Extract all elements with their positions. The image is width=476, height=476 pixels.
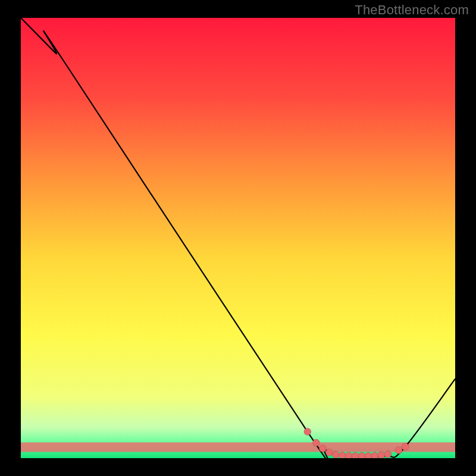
curve-marker bbox=[358, 452, 365, 459]
curve-marker bbox=[365, 452, 372, 459]
curve-marker bbox=[378, 452, 385, 459]
curve-marker bbox=[371, 452, 378, 459]
chart-frame: TheBottleneck.com bbox=[0, 0, 476, 476]
curve-marker bbox=[332, 451, 339, 458]
curve-marker bbox=[345, 452, 352, 459]
curve-marker bbox=[319, 445, 326, 452]
chart-svg bbox=[0, 0, 476, 476]
curve-marker bbox=[384, 450, 392, 458]
optimal-band bbox=[21, 443, 455, 452]
curve-marker bbox=[325, 449, 333, 456]
watermark-text: TheBottleneck.com bbox=[355, 2, 469, 18]
curve-marker bbox=[339, 452, 346, 459]
gradient-background bbox=[21, 18, 455, 458]
curve-marker bbox=[352, 452, 359, 459]
curve-marker bbox=[304, 428, 311, 436]
curve-marker bbox=[402, 443, 409, 450]
curve-marker bbox=[312, 439, 320, 446]
curve-marker bbox=[395, 447, 402, 454]
